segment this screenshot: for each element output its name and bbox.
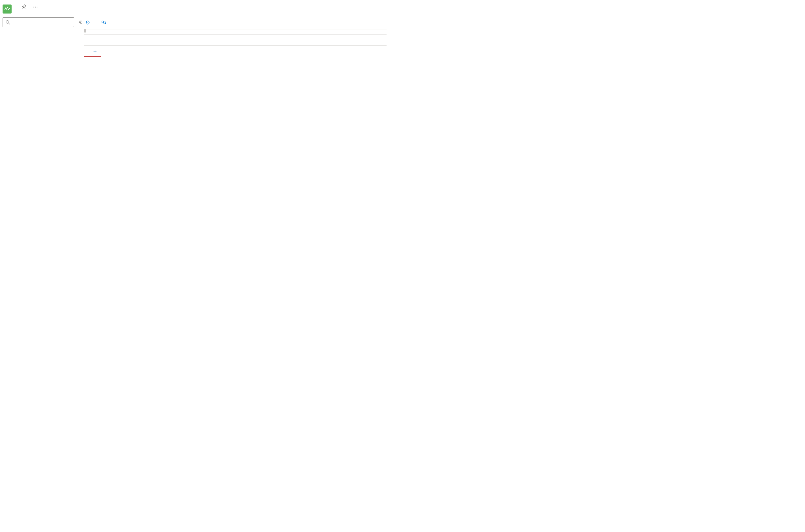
collapse-sidebar-icon[interactable] [77,19,84,26]
svg-point-5 [102,21,104,23]
diagnostic-table [84,35,387,46]
main-pane [84,16,387,74]
sidebar-search[interactable] [3,17,74,27]
sidebar-scrollbar[interactable] [84,29,86,34]
table-header [84,35,387,40]
blade-header [0,0,805,16]
svg-point-1 [35,7,36,7]
add-diagnostic-setting-button[interactable] [84,46,101,57]
feedback-button[interactable] [100,19,110,26]
resource-type-icon [3,4,12,14]
search-input[interactable] [12,20,71,25]
svg-point-3 [6,21,9,23]
pin-icon[interactable] [20,3,28,11]
sidebar [0,16,84,34]
svg-point-0 [34,7,34,7]
more-icon[interactable] [32,3,39,11]
search-icon [5,20,10,24]
plus-icon [93,49,97,53]
table-empty-row [84,40,387,45]
feedback-icon [101,20,106,25]
refresh-button[interactable] [84,19,94,26]
svg-line-4 [9,23,10,24]
svg-point-2 [37,7,37,7]
refresh-icon [85,20,90,25]
command-bar [84,16,387,30]
